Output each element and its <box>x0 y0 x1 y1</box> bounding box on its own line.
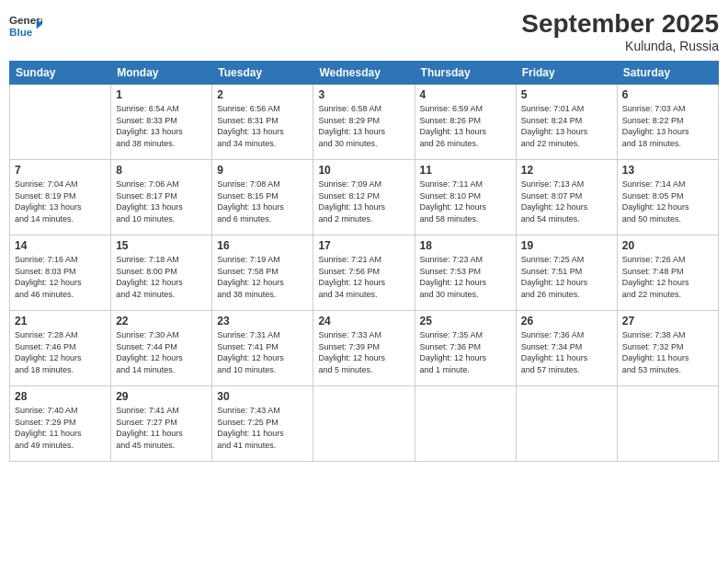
day-number: 21 <box>15 315 106 327</box>
week-row-5: 28Sunrise: 7:40 AM Sunset: 7:29 PM Dayli… <box>10 386 719 462</box>
day-number: 18 <box>420 239 511 252</box>
day-info: Sunrise: 7:16 AM Sunset: 8:03 PM Dayligh… <box>15 254 106 300</box>
day-info: Sunrise: 7:21 AM Sunset: 7:56 PM Dayligh… <box>318 254 409 300</box>
calendar-cell <box>10 85 111 160</box>
day-info: Sunrise: 7:40 AM Sunset: 7:29 PM Dayligh… <box>15 405 106 451</box>
day-info: Sunrise: 7:41 AM Sunset: 7:27 PM Dayligh… <box>116 405 207 451</box>
calendar-cell: 15Sunrise: 7:18 AM Sunset: 8:00 PM Dayli… <box>111 236 212 311</box>
day-header-monday: Monday <box>111 62 212 85</box>
calendar-cell: 18Sunrise: 7:23 AM Sunset: 7:53 PM Dayli… <box>415 236 516 311</box>
page: General Blue September 2025 Kulunda, Rus… <box>0 0 728 563</box>
day-info: Sunrise: 6:54 AM Sunset: 8:33 PM Dayligh… <box>116 103 207 149</box>
calendar-cell: 26Sunrise: 7:36 AM Sunset: 7:34 PM Dayli… <box>516 311 617 386</box>
calendar-cell: 20Sunrise: 7:26 AM Sunset: 7:48 PM Dayli… <box>617 236 718 311</box>
day-info: Sunrise: 7:06 AM Sunset: 8:17 PM Dayligh… <box>116 178 207 224</box>
calendar-cell: 2Sunrise: 6:56 AM Sunset: 8:31 PM Daylig… <box>212 85 313 160</box>
day-number: 14 <box>15 239 106 252</box>
week-row-3: 14Sunrise: 7:16 AM Sunset: 8:03 PM Dayli… <box>10 236 719 311</box>
day-info: Sunrise: 7:23 AM Sunset: 7:53 PM Dayligh… <box>420 254 511 300</box>
calendar-cell: 5Sunrise: 7:01 AM Sunset: 8:24 PM Daylig… <box>516 85 617 160</box>
day-number: 8 <box>116 164 207 177</box>
day-header-thursday: Thursday <box>415 62 516 85</box>
day-info: Sunrise: 7:19 AM Sunset: 7:58 PM Dayligh… <box>217 254 308 300</box>
calendar-cell: 3Sunrise: 6:58 AM Sunset: 8:29 PM Daylig… <box>313 85 415 160</box>
calendar-cell: 14Sunrise: 7:16 AM Sunset: 8:03 PM Dayli… <box>10 236 111 311</box>
calendar-table: SundayMondayTuesdayWednesdayThursdayFrid… <box>9 61 719 462</box>
day-number: 29 <box>116 390 207 403</box>
day-number: 6 <box>622 88 713 101</box>
calendar-cell: 16Sunrise: 7:19 AM Sunset: 7:58 PM Dayli… <box>212 236 313 311</box>
day-number: 27 <box>622 315 713 327</box>
day-number: 23 <box>217 315 308 327</box>
calendar-cell: 11Sunrise: 7:11 AM Sunset: 8:10 PM Dayli… <box>415 160 516 236</box>
week-row-1: 1Sunrise: 6:54 AM Sunset: 8:33 PM Daylig… <box>10 85 719 160</box>
day-info: Sunrise: 7:04 AM Sunset: 8:19 PM Dayligh… <box>15 178 106 224</box>
day-number: 19 <box>521 239 612 252</box>
calendar-header: SundayMondayTuesdayWednesdayThursdayFrid… <box>10 62 719 85</box>
calendar-cell: 6Sunrise: 7:03 AM Sunset: 8:22 PM Daylig… <box>617 85 718 160</box>
week-row-2: 7Sunrise: 7:04 AM Sunset: 8:19 PM Daylig… <box>10 160 719 236</box>
day-info: Sunrise: 7:33 AM Sunset: 7:39 PM Dayligh… <box>318 329 409 375</box>
day-info: Sunrise: 7:30 AM Sunset: 7:44 PM Dayligh… <box>116 329 207 375</box>
day-info: Sunrise: 6:58 AM Sunset: 8:29 PM Dayligh… <box>318 103 409 149</box>
day-number: 12 <box>521 164 612 177</box>
day-number: 30 <box>217 390 308 403</box>
day-number: 17 <box>318 239 409 252</box>
calendar-cell: 7Sunrise: 7:04 AM Sunset: 8:19 PM Daylig… <box>10 160 111 236</box>
day-info: Sunrise: 7:01 AM Sunset: 8:24 PM Dayligh… <box>521 103 612 149</box>
calendar-cell: 13Sunrise: 7:14 AM Sunset: 8:05 PM Dayli… <box>617 160 718 236</box>
day-info: Sunrise: 7:03 AM Sunset: 8:22 PM Dayligh… <box>622 103 713 149</box>
calendar-cell <box>617 386 718 462</box>
header: General Blue September 2025 Kulunda, Rus… <box>9 9 719 53</box>
day-number: 2 <box>217 88 308 101</box>
day-number: 16 <box>217 239 308 252</box>
day-info: Sunrise: 7:25 AM Sunset: 7:51 PM Dayligh… <box>521 254 612 300</box>
calendar-cell: 24Sunrise: 7:33 AM Sunset: 7:39 PM Dayli… <box>313 311 415 386</box>
day-info: Sunrise: 7:14 AM Sunset: 8:05 PM Dayligh… <box>622 178 713 224</box>
day-info: Sunrise: 7:35 AM Sunset: 7:36 PM Dayligh… <box>420 329 511 375</box>
day-info: Sunrise: 7:31 AM Sunset: 7:41 PM Dayligh… <box>217 329 308 375</box>
day-number: 15 <box>116 239 207 252</box>
calendar-cell: 1Sunrise: 6:54 AM Sunset: 8:33 PM Daylig… <box>111 85 212 160</box>
day-number: 1 <box>116 88 207 101</box>
calendar-body: 1Sunrise: 6:54 AM Sunset: 8:33 PM Daylig… <box>10 85 719 462</box>
day-info: Sunrise: 7:08 AM Sunset: 8:15 PM Dayligh… <box>217 178 308 224</box>
day-number: 11 <box>420 164 511 177</box>
day-info: Sunrise: 6:56 AM Sunset: 8:31 PM Dayligh… <box>217 103 308 149</box>
day-info: Sunrise: 7:43 AM Sunset: 7:25 PM Dayligh… <box>217 405 308 451</box>
title-block: September 2025 Kulunda, Russia <box>521 9 719 53</box>
svg-text:Blue: Blue <box>9 26 33 38</box>
day-info: Sunrise: 7:26 AM Sunset: 7:48 PM Dayligh… <box>622 254 713 300</box>
day-header-wednesday: Wednesday <box>313 62 415 85</box>
week-row-4: 21Sunrise: 7:28 AM Sunset: 7:46 PM Dayli… <box>10 311 719 386</box>
calendar-cell: 27Sunrise: 7:38 AM Sunset: 7:32 PM Dayli… <box>617 311 718 386</box>
day-header-sunday: Sunday <box>10 62 111 85</box>
header-row: SundayMondayTuesdayWednesdayThursdayFrid… <box>10 62 719 85</box>
calendar-cell: 12Sunrise: 7:13 AM Sunset: 8:07 PM Dayli… <box>516 160 617 236</box>
calendar-title: September 2025 <box>521 9 719 39</box>
day-info: Sunrise: 7:28 AM Sunset: 7:46 PM Dayligh… <box>15 329 106 375</box>
day-info: Sunrise: 7:13 AM Sunset: 8:07 PM Dayligh… <box>521 178 612 224</box>
day-number: 24 <box>318 315 409 327</box>
day-number: 13 <box>622 164 713 177</box>
day-number: 5 <box>521 88 612 101</box>
calendar-cell: 21Sunrise: 7:28 AM Sunset: 7:46 PM Dayli… <box>10 311 111 386</box>
calendar-cell <box>415 386 516 462</box>
calendar-cell: 28Sunrise: 7:40 AM Sunset: 7:29 PM Dayli… <box>10 386 111 462</box>
calendar-cell: 19Sunrise: 7:25 AM Sunset: 7:51 PM Dayli… <box>516 236 617 311</box>
calendar-cell: 22Sunrise: 7:30 AM Sunset: 7:44 PM Dayli… <box>111 311 212 386</box>
calendar-cell: 8Sunrise: 7:06 AM Sunset: 8:17 PM Daylig… <box>111 160 212 236</box>
calendar-cell: 9Sunrise: 7:08 AM Sunset: 8:15 PM Daylig… <box>212 160 313 236</box>
calendar-cell: 10Sunrise: 7:09 AM Sunset: 8:12 PM Dayli… <box>313 160 415 236</box>
day-header-friday: Friday <box>516 62 617 85</box>
day-number: 9 <box>217 164 308 177</box>
day-info: Sunrise: 7:09 AM Sunset: 8:12 PM Dayligh… <box>318 178 409 224</box>
calendar-cell: 23Sunrise: 7:31 AM Sunset: 7:41 PM Dayli… <box>212 311 313 386</box>
day-number: 3 <box>318 88 409 101</box>
calendar-cell: 30Sunrise: 7:43 AM Sunset: 7:25 PM Dayli… <box>212 386 313 462</box>
calendar-cell <box>516 386 617 462</box>
day-info: Sunrise: 7:11 AM Sunset: 8:10 PM Dayligh… <box>420 178 511 224</box>
day-number: 28 <box>15 390 106 403</box>
day-number: 20 <box>622 239 713 252</box>
day-number: 25 <box>420 315 511 327</box>
